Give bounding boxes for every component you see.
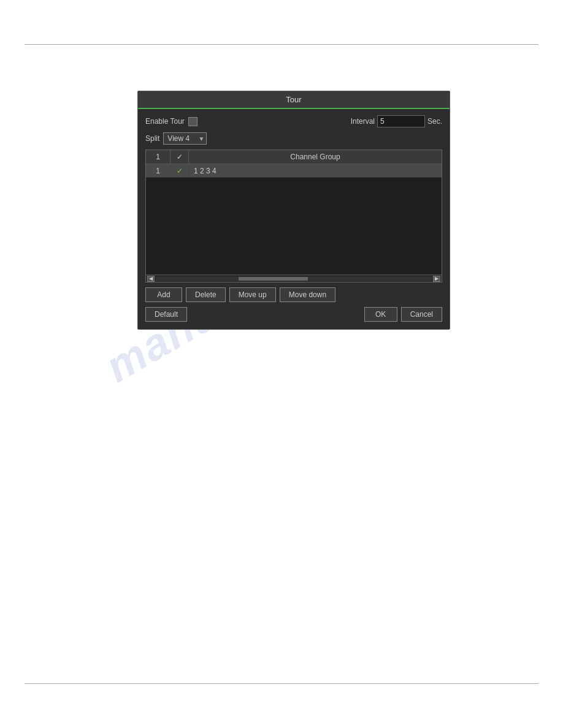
table-header-channel: Channel Group [189,150,442,164]
split-row: Split View 4 View 1 View 9 View 16 ▼ [145,132,442,145]
ok-button[interactable]: OK [364,307,397,322]
interval-input[interactable] [377,115,425,127]
move-down-button[interactable]: Move down [280,287,335,302]
move-up-button[interactable]: Move up [229,287,276,302]
delete-button[interactable]: Delete [186,287,226,302]
horizontal-scrollbar[interactable]: ◀ ▶ [146,275,442,282]
default-button[interactable]: Default [145,307,187,322]
scroll-thumb[interactable] [239,277,308,281]
table-cell-channel: 1 2 3 4 [189,165,442,177]
table-cell-num: 1 [146,165,170,177]
table-header-check: ✓ [170,150,189,164]
top-rule [25,44,538,45]
dialog-titlebar: Tour [138,91,450,109]
enable-tour-checkbox[interactable] [188,117,197,126]
scroll-left-button[interactable]: ◀ [147,276,155,282]
split-select[interactable]: View 4 View 1 View 9 View 16 [163,132,207,145]
table-header-num: 1 [146,150,170,164]
dialog-body: Enable Tour Interval Sec. Split View 4 V… [138,109,450,329]
action-buttons-row: Add Delete Move up Move down [145,287,442,302]
sec-label: Sec. [427,117,442,126]
scroll-right-button[interactable]: ▶ [433,276,440,282]
add-button[interactable]: Add [145,287,182,302]
scroll-track [156,277,432,281]
enable-interval-row: Enable Tour Interval Sec. [145,115,442,127]
interval-label: Interval [351,117,375,126]
table-row[interactable]: 1 ✓ 1 2 3 4 [146,164,442,178]
table-body: 1 ✓ 1 2 3 4 [146,164,442,275]
channel-group-table: 1 ✓ Channel Group 1 ✓ 1 2 3 4 [145,150,442,282]
dialog-title: Tour [286,95,301,104]
dialog-box: Tour Enable Tour Interval Sec. Split Vie… [137,91,450,330]
table-header: 1 ✓ Channel Group [146,150,442,164]
split-label: Split [145,134,159,143]
tour-dialog: Tour Enable Tour Interval Sec. Split Vie… [137,91,450,330]
bottom-rule [25,683,538,684]
cancel-button[interactable]: Cancel [401,307,442,322]
split-select-wrapper[interactable]: View 4 View 1 View 9 View 16 ▼ [163,132,207,145]
bottom-buttons-row: Default OK Cancel [145,307,442,322]
table-cell-check: ✓ [170,165,189,177]
enable-tour-label: Enable Tour [145,117,185,126]
